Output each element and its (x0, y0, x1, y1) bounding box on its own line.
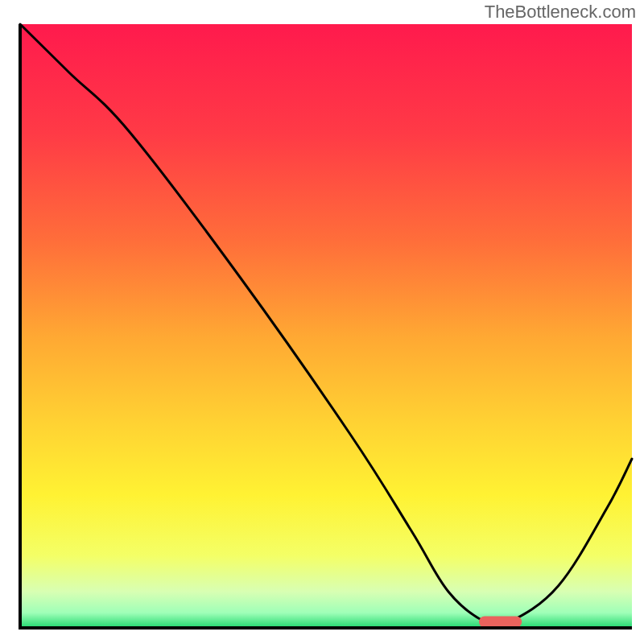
bottleneck-curve-chart (0, 0, 644, 644)
watermark-text: TheBottleneck.com (485, 2, 636, 23)
chart-container: TheBottleneck.com (0, 0, 644, 644)
optimal-marker (479, 617, 522, 628)
plot-background (20, 24, 632, 628)
